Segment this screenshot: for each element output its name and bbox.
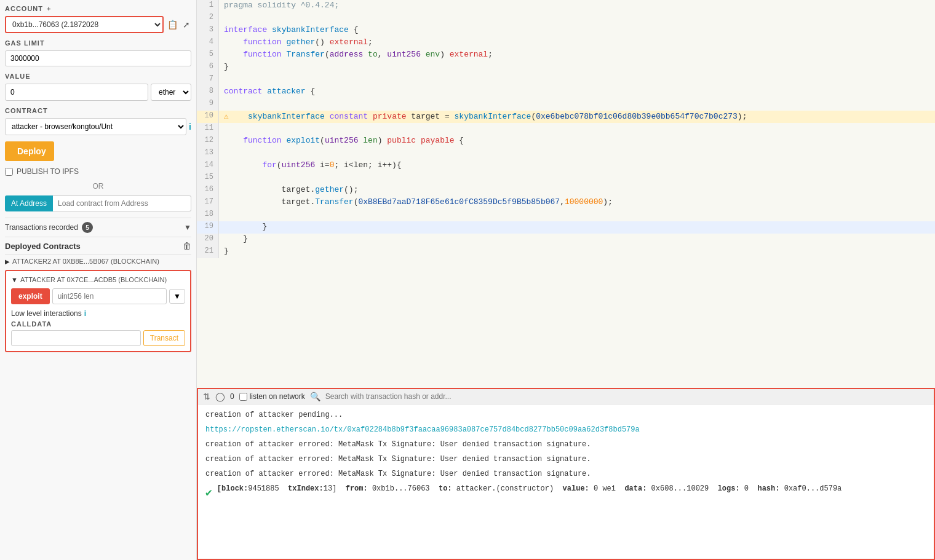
account-section: ACCOUNT + 0xb1b...76063 (2.1872028 📋 ➚ [5,5,191,33]
exploit-dropdown-button[interactable]: ▼ [169,289,185,304]
value-section: VALUE ether [5,73,191,101]
code-editor[interactable]: 1 pragma solidity ^0.4.24; 2 3 interface… [197,0,935,388]
right-panel: 1 pragma solidity ^0.4.24; 2 3 interface… [197,0,935,560]
dc-header: ▼ ATTACKER AT 0X7CE...ACDB5 (BLOCKCHAIN) [11,276,185,283]
at-address-input[interactable] [53,195,191,211]
code-line-10: 10 ⚠ skybankInterface constant private t… [197,111,935,123]
terminal-line-4: creation of attacker errored: MetaMask T… [205,454,926,465]
terminal-toolbar: ⇅ ◯ 0 listen on network 🔍 [198,389,934,404]
publish-row: PUBLISH TO IPFS [5,167,191,176]
transact-button[interactable]: Transact [143,330,185,346]
success-text: [block:9451885 txIndex:13] from: 0xb1b..… [217,484,842,493]
plus-icon[interactable]: + [47,5,51,12]
account-label: ACCOUNT + [5,5,191,12]
code-line-3: 3 interface skybankInterface { [197,25,935,37]
copy-button[interactable]: 📋 [166,18,179,31]
code-line-13: 13 [197,148,935,160]
code-line-4: 4 function gether() external; [197,37,935,49]
attacker2-item[interactable]: ▶ ATTACKER2 AT 0XB8E...5B067 (BLOCKCHAIN… [5,254,191,267]
code-line-19: 19 } [197,221,935,234]
etherscan-link[interactable]: https://ropsten.etherscan.io/tx/0xaf0228… [205,425,640,434]
account-select[interactable]: 0xb1b...76063 (2.1872028 [5,16,164,33]
gas-limit-label: GAS LIMIT [5,39,191,47]
delete-deployed-button[interactable]: 🗑 [183,241,191,251]
listen-checkbox[interactable] [239,393,247,401]
listen-label: listen on network [250,392,305,401]
calldata-input[interactable] [11,330,141,346]
transactions-row[interactable]: Transactions recorded 5 ▼ [5,218,191,237]
code-line-15: 15 [197,172,935,184]
terminal-line-1: creation of attacker pending... [205,409,926,420]
history-button[interactable]: ◯ [215,392,225,401]
code-line-14: 14 for(uint256 i=0; i<len; i++){ [197,160,935,172]
attacker2-label: ATTACKER2 AT 0XB8E...5B067 (BLOCKCHAIN) [12,258,159,265]
terminal-line-3: creation of attacker errored: MetaMask T… [205,439,926,450]
deployed-contract-panel: ▼ ATTACKER AT 0X7CE...ACDB5 (BLOCKCHAIN)… [5,270,191,352]
collapse-terminal-button[interactable]: ⇅ [203,392,210,401]
code-line-20: 20 } [197,234,935,246]
value-unit-select[interactable]: ether [151,84,191,101]
contract-label: CONTRACT [5,107,191,114]
at-address-button[interactable]: At Address [5,195,53,211]
code-line-9: 9 [197,98,935,111]
exploit-button[interactable]: exploit [11,288,50,304]
gas-limit-section: GAS LIMIT [5,39,191,66]
value-input[interactable] [5,84,148,101]
low-level-info-button[interactable]: i [84,309,86,318]
terminal-success-row: ✔ [block:9451885 txIndex:13] from: 0xb1b… [205,484,926,499]
terminal-area: ⇅ ◯ 0 listen on network 🔍 creation of at… [197,388,935,560]
code-line-21: 21 } [197,246,935,258]
dc-title: ATTACKER AT 0X7CE...ACDB5 (BLOCKCHAIN) [20,276,167,283]
listen-row: listen on network [239,392,305,401]
terminal-line-2: https://ropsten.etherscan.io/tx/0xaf0228… [205,424,926,435]
code-line-2: 2 [197,12,935,25]
contract-select[interactable]: attacker - browser/kongtou/Unt [5,118,186,135]
expand-arrow-icon: ▶ [5,258,10,265]
publish-label: PUBLISH TO IPFS [17,167,79,176]
transactions-chevron: ▼ [184,223,191,232]
code-line-12: 12 function exploit(uint256 len) public … [197,135,935,148]
value-row: ether [5,84,191,101]
left-panel: ACCOUNT + 0xb1b...76063 (2.1872028 📋 ➚ G… [0,0,197,560]
code-line-6: 6 } [197,61,935,74]
exploit-input[interactable] [52,288,167,304]
low-level-row: Low level interactions i [11,309,185,318]
contract-row: attacker - browser/kongtou/Unt i [5,118,191,135]
contract-section: CONTRACT attacker - browser/kongtou/Unt … [5,107,191,135]
terminal-output: creation of attacker pending... https://… [198,404,934,559]
search-icon[interactable]: 🔍 [310,392,320,401]
gas-limit-input[interactable] [5,50,191,66]
terminal-count: 0 [230,392,234,401]
code-line-8: 8 contract attacker { [197,86,935,98]
transactions-label: Transactions recorded [5,223,78,232]
low-level-label: Low level interactions [11,309,82,318]
account-row: 0xb1b...76063 (2.1872028 📋 ➚ [5,16,191,33]
deploy-button[interactable]: Deploy [5,141,54,161]
transactions-badge: 5 [82,222,93,233]
contract-info-button[interactable]: i [189,122,191,132]
code-line-5: 5 function Transfer(address to, uint256 … [197,49,935,61]
terminal-search-input[interactable] [325,392,929,401]
code-line-11: 11 [197,123,935,135]
success-icon: ✔ [205,486,212,499]
transactions-left: Transactions recorded 5 [5,222,93,233]
deployed-contracts-label: Deployed Contracts [5,242,81,251]
external-link-button[interactable]: ➚ [181,18,191,31]
code-line-17: 17 target.Transfer(0xB8EBd7aaD718F65e61c… [197,197,935,209]
calldata-row: Transact [11,330,185,346]
code-line-16: 16 target.gether(); [197,184,935,197]
calldata-label: CALLDATA [11,320,185,328]
deployed-contracts-row: Deployed Contracts 🗑 [5,237,191,254]
dc-chevron-icon[interactable]: ▼ [11,276,18,283]
publish-checkbox[interactable] [5,168,13,176]
value-label: VALUE [5,73,191,80]
at-address-row: At Address [5,195,191,211]
code-line-18: 18 [197,209,935,221]
exploit-row: exploit ▼ [11,288,185,304]
terminal-line-5: creation of attacker errored: MetaMask T… [205,468,926,479]
code-line-7: 7 [197,74,935,86]
or-divider: OR [5,182,191,191]
code-line-1: 1 pragma solidity ^0.4.24; [197,0,935,12]
